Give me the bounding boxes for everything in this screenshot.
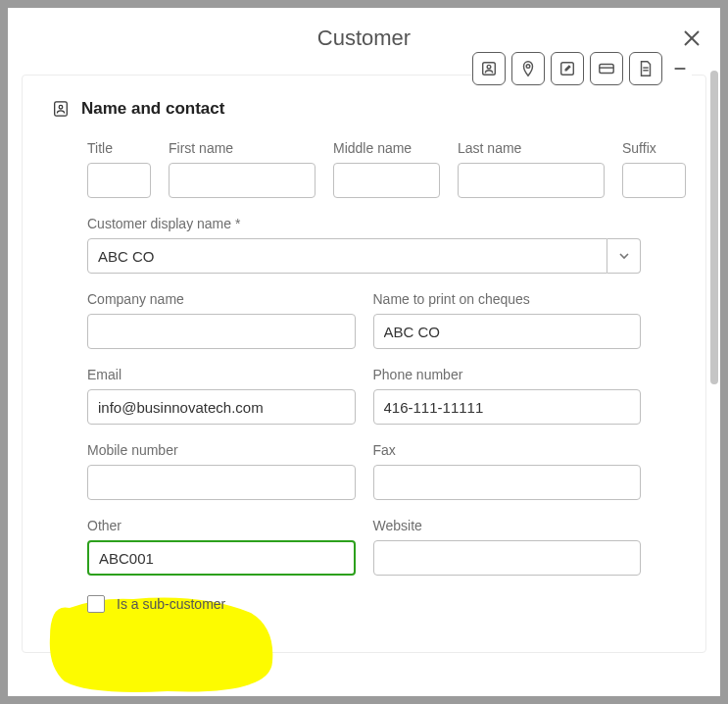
email-input[interactable] xyxy=(87,389,356,425)
title-field-group: Title xyxy=(87,140,151,198)
name-cheques-group: Name to print on cheques xyxy=(373,291,642,349)
title-input[interactable] xyxy=(87,163,151,198)
name-row: Title First name Middle name Last name S… xyxy=(52,140,676,198)
suffix-field-group: Suffix xyxy=(622,140,686,198)
mobile-input[interactable] xyxy=(87,465,356,500)
first-name-label: First name xyxy=(169,140,315,156)
subcustomer-label: Is a sub-customer xyxy=(117,596,225,612)
location-pin-icon xyxy=(519,60,537,77)
svg-rect-6 xyxy=(600,65,613,74)
credit-card-icon xyxy=(598,60,615,77)
edit-square-icon xyxy=(558,60,576,77)
section-nav-icons xyxy=(472,52,692,85)
mobile-group: Mobile number xyxy=(87,442,356,500)
contact-card-icon xyxy=(480,60,498,77)
mobile-fax-row: Mobile number Fax xyxy=(52,442,676,500)
content-card: Name and contact Title First name Middle… xyxy=(22,75,706,653)
email-label: Email xyxy=(87,367,356,382)
website-label: Website xyxy=(373,518,642,533)
email-group: Email xyxy=(87,367,356,425)
payment-nav[interactable] xyxy=(590,52,623,85)
section-header: Name and contact xyxy=(52,99,676,119)
mobile-label: Mobile number xyxy=(87,442,356,458)
website-group: Website xyxy=(373,518,642,576)
contact-badge-icon xyxy=(52,100,70,118)
middle-name-input[interactable] xyxy=(333,163,440,198)
first-name-field-group: First name xyxy=(169,140,315,198)
subcustomer-row: Is a sub-customer xyxy=(52,595,676,613)
company-name-label: Company name xyxy=(87,291,356,307)
last-name-input[interactable] xyxy=(458,163,605,198)
fax-input[interactable] xyxy=(373,465,642,500)
name-cheques-input[interactable] xyxy=(373,314,642,349)
phone-label: Phone number xyxy=(373,367,642,382)
display-name-group: Customer display name * ABC CO xyxy=(52,216,676,274)
last-name-field-group: Last name xyxy=(458,140,605,198)
svg-point-3 xyxy=(487,65,491,69)
other-label: Other xyxy=(87,518,356,533)
svg-point-12 xyxy=(59,105,63,109)
company-name-group: Company name xyxy=(87,291,356,349)
close-button[interactable] xyxy=(683,29,701,51)
website-input[interactable] xyxy=(373,540,642,576)
fax-label: Fax xyxy=(373,442,642,458)
document-nav[interactable] xyxy=(629,52,662,85)
minus-icon xyxy=(671,60,689,77)
location-nav[interactable] xyxy=(511,52,545,85)
scroll-area: Name and contact Title First name Middle… xyxy=(8,75,720,653)
email-phone-row: Email Phone number xyxy=(52,367,676,425)
collapse-button[interactable] xyxy=(668,52,692,85)
edit-nav[interactable] xyxy=(551,52,584,85)
display-name-dropdown-toggle[interactable] xyxy=(607,238,641,274)
last-name-label: Last name xyxy=(458,140,605,156)
phone-input[interactable] xyxy=(373,389,642,425)
section-title: Name and contact xyxy=(81,99,224,119)
other-website-row: Other Website xyxy=(52,518,676,576)
other-group: Other xyxy=(87,518,356,576)
suffix-input[interactable] xyxy=(622,163,686,198)
suffix-label: Suffix xyxy=(622,140,686,156)
middle-name-field-group: Middle name xyxy=(333,140,440,198)
first-name-input[interactable] xyxy=(169,163,315,198)
fax-group: Fax xyxy=(373,442,642,500)
subcustomer-checkbox[interactable] xyxy=(87,595,105,613)
name-cheques-label: Name to print on cheques xyxy=(373,291,642,307)
company-name-input[interactable] xyxy=(87,314,356,349)
document-icon xyxy=(637,60,655,77)
middle-name-label: Middle name xyxy=(333,140,440,156)
display-name-select[interactable]: ABC CO xyxy=(87,238,641,274)
close-icon xyxy=(683,29,701,47)
title-label: Title xyxy=(87,140,151,156)
display-name-label: Customer display name * xyxy=(87,216,641,231)
customer-modal: Customer Name and contact Title xyxy=(8,8,720,696)
contact-card-nav[interactable] xyxy=(472,52,506,85)
chevron-down-icon xyxy=(618,250,630,262)
other-input[interactable] xyxy=(87,540,356,576)
display-name-value: ABC CO xyxy=(87,238,607,274)
phone-group: Phone number xyxy=(373,367,642,425)
company-cheques-row: Company name Name to print on cheques xyxy=(52,291,676,349)
modal-title: Customer xyxy=(317,25,411,51)
